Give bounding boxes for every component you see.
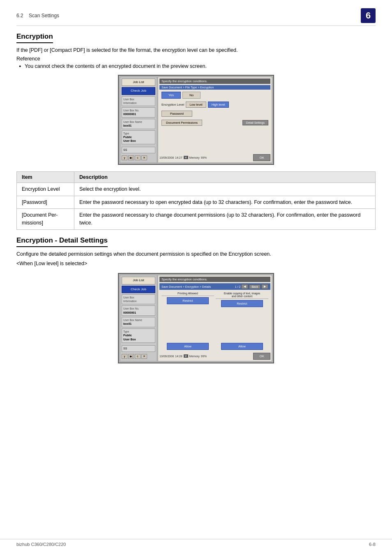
when-label: <When [Low level] is selected>	[16, 260, 376, 268]
icon-play[interactable]: ▶|	[128, 155, 134, 160]
screen2-user-box-no-block: User Box No. 00000001	[122, 305, 155, 316]
screen1-footer: 10/09/2008 14:27 M Memory 99% OK	[159, 154, 270, 161]
reference-label: Reference	[16, 56, 376, 62]
screen2-footer: 10/09/2008 14:28 M Memory 99% OK	[159, 353, 270, 360]
screen1-footer-info: 10/09/2008 14:27 M Memory 99%	[159, 156, 207, 159]
screen1-sidebar: Job List Check Job User Box Information …	[120, 77, 157, 162]
screen2-forward-btn[interactable]: ▶	[261, 284, 268, 289]
screen2-memory-value: 99%	[201, 355, 207, 358]
screen2-back-label-btn[interactable]: Back	[249, 284, 261, 289]
screen1-date: 10/09/2008	[159, 156, 174, 159]
table-row: [Password]Enter the password necessary t…	[17, 196, 376, 209]
encryption-level-label: Encryption Level	[161, 103, 184, 106]
user-box-no-block: User Box No. 00000001	[122, 107, 155, 118]
screen2-bottom-icons: y ▶| c ✕	[122, 353, 155, 360]
screen2-icon-play[interactable]: ▶|	[128, 354, 134, 359]
screen2-time: 14:28	[175, 355, 182, 358]
screen2-sidebar-bottom: SS	[122, 345, 155, 352]
screen1-main: Specify the encryption conditions. Save …	[158, 77, 272, 162]
restrict-btn-2[interactable]: Restrict	[221, 300, 263, 307]
user-box-name-block: User Box Name box01	[122, 119, 155, 129]
section-number: 6.2	[16, 13, 23, 18]
user-box-name-label: User Box Name	[123, 120, 154, 124]
screen2-nav-right: 1 / 2 ◀ Back ▶	[235, 284, 268, 289]
screen1-breadcrumb: Save Document > File Type > Encryption	[159, 85, 270, 90]
icon-x[interactable]: ✕	[141, 155, 147, 160]
sidebar-bottom: SS	[122, 147, 155, 153]
check-job-btn[interactable]: Check Job	[122, 87, 155, 95]
screen1-memory-label: Memory	[189, 156, 200, 159]
encryption-bullet: You cannot check the contents of an encr…	[25, 63, 376, 69]
type-block: Type Public User Box	[122, 130, 155, 145]
screen2-back-btn[interactable]: ◀	[241, 284, 248, 289]
no-btn[interactable]: No	[182, 92, 201, 99]
screen1-ok-btn[interactable]: OK	[253, 154, 270, 161]
table-row: [Document Per- missions]Enter the passwo…	[17, 209, 376, 230]
printing-allowed-col: Printing Allowed Restrict Allow	[161, 292, 214, 349]
detail-section-desc: Configure the detailed permission settin…	[16, 250, 376, 258]
screen2-type-value: Public User Box	[123, 333, 154, 342]
screen2-icon-y[interactable]: y	[122, 354, 127, 359]
doc-perm-row: Document Permissions Detail Settings	[159, 119, 270, 127]
section-label: 6.2 Scan Settings	[16, 13, 59, 18]
screen2-memory-icon: M	[184, 354, 188, 358]
encryption-level-row: Encryption Level Low level High level	[159, 101, 270, 109]
screen2-main: Specify the encryption conditions. Save …	[158, 275, 272, 361]
screen2-nav: Save Document > Encryption > Details 1 /…	[159, 283, 270, 290]
icon-y[interactable]: y	[122, 155, 127, 160]
encryption-section: Encryption If the [PDF] or [Compact PDF]…	[16, 32, 376, 69]
screen2-check-job-btn[interactable]: Check Job	[122, 286, 155, 293]
screen2-container: Job List Check Job User Box Information …	[16, 273, 376, 363]
table-col2-header: Description	[74, 171, 376, 183]
allow-btn-2[interactable]: Allow	[221, 343, 263, 350]
page-footer: bizhub C360/C280/C220 6-8	[0, 539, 392, 547]
type-value: Public User Box	[123, 135, 154, 143]
high-level-btn[interactable]: High level	[208, 102, 229, 108]
screen2-job-list-btn[interactable]: Job List	[122, 277, 155, 284]
screen2-user-box-no-label: User Box No.	[123, 307, 154, 310]
encryption-desc: If the [PDF] or [Compact PDF] is selecte…	[16, 46, 376, 54]
screen2: Job List Check Job User Box Information …	[118, 273, 274, 363]
screen2-user-box-info: User Box Information	[122, 294, 155, 304]
screen2-memory-label: Memory	[189, 355, 200, 358]
screen2-date: 10/09/2008	[159, 355, 174, 358]
screen2-icon-c[interactable]: c	[135, 354, 141, 359]
allow-btn-1[interactable]: Allow	[167, 343, 209, 350]
screen2-user-box-name-label: User Box Name	[123, 318, 154, 322]
page-header: 6.2 Scan Settings 6	[16, 8, 376, 26]
restrict-btn-1[interactable]: Restrict	[167, 297, 209, 304]
doc-perm-btn[interactable]: Document Permissions	[161, 120, 202, 126]
chapter-badge: 6	[361, 8, 376, 23]
screen2-title: Specify the encryption conditions.	[159, 277, 270, 282]
detail-settings-btn[interactable]: Detail Settings	[242, 120, 268, 125]
table-cell-item: [Password]	[17, 196, 74, 209]
job-list-btn[interactable]: Job List	[122, 79, 155, 86]
screen2-ok-btn[interactable]: OK	[253, 353, 270, 360]
screen2-page: 1 / 2	[235, 285, 241, 288]
user-box-no-label: User Box No.	[123, 109, 154, 112]
low-level-btn[interactable]: Low level	[186, 102, 206, 108]
table-cell-description: Enter the password necessary to change d…	[74, 209, 376, 230]
footer-model: bizhub C360/C280/C220	[16, 542, 66, 547]
user-box-name-value: box01	[123, 124, 154, 128]
screen1-container: Job List Check Job User Box Information …	[16, 75, 376, 165]
user-box-info-label: User Box Information	[123, 97, 154, 105]
table-cell-description: Select the encryption level.	[74, 183, 376, 196]
screen2-user-box-name-value: box01	[123, 322, 154, 326]
password-btn[interactable]: Password	[161, 111, 192, 117]
yes-btn[interactable]: Yes	[161, 92, 181, 99]
table-cell-item: Encryption Level	[17, 183, 74, 196]
user-box-no-value: 00000001	[123, 112, 154, 116]
table-col1-header: Item	[17, 171, 74, 183]
screen2-icon-x[interactable]: ✕	[141, 354, 147, 359]
screen2-detail-cols: Printing Allowed Restrict Allow Enable c…	[159, 291, 270, 350]
screen1: Job List Check Job User Box Information …	[118, 75, 274, 165]
icon-c[interactable]: c	[135, 155, 141, 160]
section-title-header: Scan Settings	[29, 13, 59, 18]
page: 6.2 Scan Settings 6 Encryption If the [P…	[0, 0, 392, 386]
detail-section: Encryption - Detail Settings Configure t…	[16, 236, 376, 268]
table-row: Encryption LevelSelect the encryption le…	[17, 183, 376, 196]
screen2-footer-info: 10/09/2008 14:28 M Memory 99%	[159, 354, 207, 358]
enable-copying-col: Enable copying of text, images and other…	[216, 292, 268, 349]
screen2-user-box-info-label: User Box Information	[123, 296, 154, 303]
